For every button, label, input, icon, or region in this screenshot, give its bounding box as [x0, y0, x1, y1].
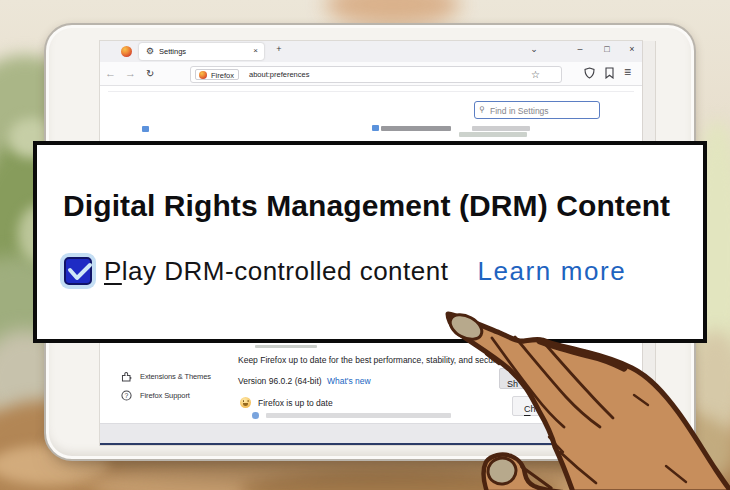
firefox-logo-icon[interactable] [121, 46, 132, 57]
whats-new-link[interactable]: What's new [327, 376, 371, 386]
update-status-text: Firefox is up to date [258, 398, 333, 408]
checkmark-icon [67, 261, 93, 285]
play-drm-label: Play DRM-controlled content [104, 256, 448, 287]
identity-label: Firefox [211, 71, 234, 80]
tab-settings[interactable]: ⚙ Settings × [139, 43, 264, 60]
text-smudge [459, 132, 527, 137]
list-tabs-icon[interactable]: ⌄ [527, 44, 541, 54]
identity-chip[interactable]: Firefox [195, 69, 239, 80]
firefox-identity-icon [199, 71, 207, 79]
content-divider [108, 91, 634, 92]
version-row: Version 96.0.2 (64-bit) What's new [238, 376, 371, 386]
save-page-icon[interactable] [604, 67, 615, 79]
version-text: Version 96.0.2 (64-bit) [238, 376, 322, 386]
forward-icon[interactable]: → [125, 67, 136, 79]
updates-description: Keep Firefox up to date for the best per… [238, 355, 498, 365]
play-drm-checkbox[interactable] [64, 257, 92, 285]
show-update-history-button[interactable]: Sh [499, 368, 611, 389]
illustration-stage: ⚙ Settings × + ⌄ – □ × ← → ↻ Firefox abo… [0, 0, 730, 490]
tab-bar: ⚙ Settings × + ⌄ – □ × [100, 41, 642, 62]
radio-glyph [252, 412, 259, 419]
search-icon: ⚲ [479, 105, 485, 114]
new-tab-button[interactable]: + [272, 44, 286, 54]
sidebar-item-firefox-support[interactable]: Firefox Support [140, 391, 190, 400]
extensions-icon [121, 371, 132, 382]
tab-close-icon[interactable]: × [253, 46, 258, 55]
svg-text:?: ? [125, 392, 129, 399]
back-icon[interactable]: ← [105, 67, 116, 79]
reload-icon[interactable]: ↻ [146, 68, 154, 79]
sidebar-glyph [142, 126, 149, 132]
text-smudge [381, 126, 451, 131]
drm-checkbox-row: Play DRM-controlled content Learn more [64, 255, 626, 287]
drm-section-title: Digital Rights Management (DRM) Content [63, 189, 670, 223]
check-for-updates-button[interactable]: Ch [512, 396, 612, 416]
support-icon: ? [121, 390, 132, 401]
find-in-settings-field[interactable]: ⚲ Find in Settings [474, 101, 600, 119]
drm-callout-box: Digital Rights Management (DRM) Content … [33, 141, 707, 343]
minimize-icon[interactable]: – [573, 44, 587, 54]
url-bar[interactable]: Firefox about:preferences ☆ [190, 66, 562, 83]
maximize-icon[interactable]: □ [600, 44, 614, 54]
learn-more-link[interactable]: Learn more [477, 256, 626, 287]
text-smudge [472, 126, 530, 131]
search-placeholder: Find in Settings [490, 106, 549, 116]
menu-icon[interactable]: ≡ [624, 65, 631, 79]
shield-icon[interactable] [584, 67, 595, 79]
option-glyph [372, 125, 379, 131]
gear-icon: ⚙ [146, 47, 154, 56]
bookmark-star-icon[interactable]: ☆ [531, 69, 540, 80]
clipped-heading-smudge [255, 345, 317, 348]
window-bottom-strip [100, 423, 642, 444]
text-smudge [266, 413, 451, 418]
tab-title: Settings [159, 47, 186, 56]
close-icon[interactable]: × [625, 44, 639, 54]
navigation-toolbar: ← → ↻ Firefox about:preferences ☆ ≡ [100, 62, 642, 86]
sidebar-item-extensions-themes[interactable]: Extensions & Themes [140, 372, 211, 381]
window-bottom-border [100, 443, 642, 445]
smiley-icon [240, 397, 251, 408]
url-text: about:preferences [249, 70, 309, 79]
